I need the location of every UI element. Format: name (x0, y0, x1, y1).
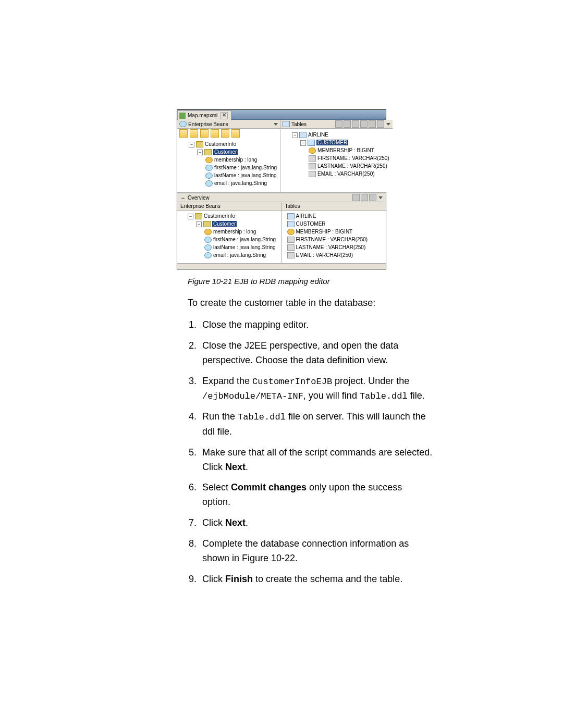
mapping-editor-window: Map.mapxmi ✕ Enterprise Beans (177, 109, 386, 269)
toolbar-icon[interactable] (344, 120, 351, 128)
toolbar-icon[interactable] (377, 120, 384, 128)
table-icon (308, 140, 315, 146)
chevron-down-icon[interactable] (274, 123, 278, 126)
code-text: /ejbModule/META-INF (202, 391, 303, 401)
steps-list: Close the mapping editor. Close the J2EE… (188, 318, 433, 587)
tree-leaf[interactable]: LASTNAME : VARCHAR(250) (317, 163, 387, 169)
table-icon (287, 221, 295, 227)
collapse-icon[interactable]: − (188, 214, 193, 219)
column-icon (309, 171, 316, 177)
step-item: Run the Table.ddl file on server. This w… (199, 410, 433, 439)
step-item: Close the mapping editor. (199, 318, 433, 332)
toolbar-icon[interactable] (179, 129, 188, 138)
toolbar-icon[interactable] (190, 129, 198, 138)
tree-leaf[interactable]: firstName : java.lang.String (214, 165, 277, 170)
tree-node[interactable]: CUSTOMER (296, 221, 326, 227)
beans-tree[interactable]: −CustomerInfo −Customer membership : lon… (177, 138, 280, 192)
toolbar-icon[interactable] (360, 120, 368, 128)
toolbar-icon[interactable] (211, 129, 219, 138)
toolbar-icon[interactable] (361, 194, 368, 201)
step-item: Expand the CustomerInfoEJB project. Unde… (199, 374, 433, 404)
overview-left-tree[interactable]: −CustomerInfo −Customer membership : lon… (177, 211, 282, 263)
collapse-icon[interactable]: − (292, 132, 298, 138)
column-icon (287, 252, 295, 258)
pane-header-right: Tables (280, 120, 393, 129)
module-icon (195, 213, 202, 219)
figure-caption: Figure 10-21 EJB to RDB mapping editor (188, 277, 511, 286)
chevron-down-icon[interactable] (386, 123, 390, 126)
tree-node-selected[interactable]: Customer (212, 221, 237, 227)
tree-node[interactable]: AIRLINE (308, 132, 328, 138)
collapse-icon[interactable]: − (196, 221, 202, 227)
schema-icon (299, 132, 307, 138)
tree-node[interactable]: CustomerInfo (205, 141, 236, 147)
tree-leaf[interactable]: lastName : java.lang.String (214, 172, 277, 178)
tree-node-selected[interactable]: Customer (213, 149, 238, 155)
step-item: Close the J2EE perspective, and open the… (199, 339, 433, 368)
tree-leaf[interactable]: email : java.lang.String (214, 180, 267, 186)
ui-label: Next (225, 462, 246, 472)
schema-icon (287, 213, 295, 219)
tree-leaf[interactable]: lastName : java.lang.String (213, 244, 276, 250)
pk-column-icon (309, 147, 316, 154)
toolbar-icon[interactable] (352, 194, 360, 201)
ui-label: Finish (225, 574, 253, 584)
tree-leaf[interactable]: EMAIL : VARCHAR(250) (317, 171, 374, 177)
key-field-icon (204, 229, 212, 235)
field-icon (204, 237, 212, 243)
editor-tab[interactable]: Map.mapxmi ✕ (177, 110, 231, 120)
editor-tab-strip: Map.mapxmi ✕ (177, 110, 386, 120)
toolbar-icon[interactable] (221, 129, 229, 138)
pane-header-label: Enterprise Beans (188, 121, 228, 127)
overview-columns-header: Enterprise Beans Tables (177, 202, 386, 211)
column-icon (287, 244, 295, 251)
tree-leaf[interactable]: membership : long (213, 229, 256, 235)
ui-label: Commit changes (231, 482, 307, 492)
toolbar-icon[interactable] (231, 129, 240, 138)
tree-node-selected[interactable]: CUSTOMER (316, 140, 348, 145)
tree-leaf[interactable]: MEMBERSHIP : BIGINT (296, 229, 353, 235)
pane-header-label: Tables (291, 121, 307, 127)
step-item: Make sure that all of the script command… (199, 446, 433, 475)
tree-node[interactable]: CustomerInfo (204, 213, 235, 219)
collapse-icon[interactable]: − (300, 140, 306, 146)
code-text: CustomerInfoEJB (252, 377, 332, 387)
tables-tree[interactable]: −AIRLINE −CUSTOMER MEMBERSHIP : BIGINT F… (280, 129, 393, 183)
intro-text: To create the customer table in the data… (188, 296, 430, 310)
chevron-down-icon[interactable] (378, 196, 383, 199)
collapse-icon[interactable]: − (197, 150, 203, 155)
code-text: Table.ddl (238, 412, 286, 422)
tree-leaf[interactable]: FIRSTNAME : VARCHAR(250) (317, 155, 389, 161)
key-field-icon (205, 157, 213, 163)
tree-leaf[interactable]: firstName : java.lang.String (213, 237, 276, 242)
overview-body: −CustomerInfo −Customer membership : lon… (177, 211, 386, 263)
column-icon (309, 163, 316, 169)
toolbar-icon[interactable] (369, 194, 376, 201)
step-item: Complete the database connection informa… (199, 537, 433, 566)
tree-leaf[interactable]: email : java.lang.String (213, 252, 266, 258)
collapse-icon[interactable]: − (189, 142, 194, 147)
ui-label: Next (225, 517, 246, 528)
step-item: Click Finish to create the schema and th… (199, 572, 433, 587)
module-icon (196, 141, 203, 147)
toolbar-icon[interactable] (200, 129, 209, 138)
step-item: Select Commit changes only upon the succ… (199, 480, 433, 510)
step-item: Click Next. (199, 516, 433, 530)
tree-leaf[interactable]: MEMBERSHIP : BIGINT (317, 147, 374, 153)
bean-icon (179, 121, 187, 127)
tree-leaf[interactable]: membership : long (214, 157, 257, 163)
close-icon[interactable]: ✕ (221, 112, 228, 119)
tree-leaf[interactable]: LASTNAME : VARCHAR(250) (296, 244, 366, 250)
field-icon (204, 244, 212, 251)
tree-node[interactable]: AIRLINE (296, 213, 316, 219)
toolbar-icon[interactable] (369, 120, 376, 128)
toolbar-icon[interactable] (352, 120, 359, 128)
status-bar (177, 263, 386, 269)
tree-leaf[interactable]: FIRSTNAME : VARCHAR(250) (296, 237, 368, 242)
column-icon (309, 155, 316, 162)
toolbar-icon[interactable] (335, 120, 342, 128)
field-icon (205, 165, 213, 171)
overview-left-header: Enterprise Beans (177, 202, 282, 211)
tree-leaf[interactable]: EMAIL : VARCHAR(250) (296, 252, 353, 258)
overview-right-tree[interactable]: AIRLINE CUSTOMER MEMBERSHIP : BIGINT FIR… (282, 211, 386, 263)
